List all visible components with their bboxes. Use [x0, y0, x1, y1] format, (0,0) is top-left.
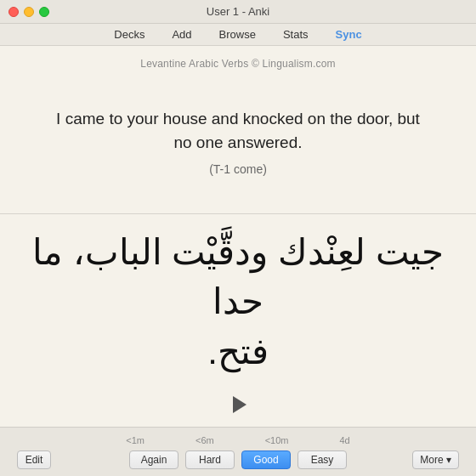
window-title: User 1 - Anki — [207, 5, 269, 18]
menu-decks[interactable]: Decks — [110, 26, 148, 42]
timing-row: <1m <6m <10m 4d — [126, 435, 350, 445]
card-area: Levantine Arabic Verbs © Lingualism.com … — [0, 46, 476, 427]
close-button[interactable] — [8, 7, 19, 17]
more-button[interactable]: More ▾ — [412, 450, 459, 469]
timing-good: <10m — [265, 435, 289, 445]
minimize-button[interactable] — [24, 7, 34, 17]
timing-hard: <6m — [196, 435, 214, 445]
hard-button[interactable]: Hard — [185, 450, 235, 469]
timing-easy: 4d — [340, 435, 350, 445]
menu-stats[interactable]: Stats — [280, 26, 312, 42]
good-button[interactable]: Good — [241, 450, 291, 469]
timing-again: <1m — [126, 435, 144, 445]
easy-button[interactable]: Easy — [298, 450, 347, 469]
card-english: I came to your house and knocked on the … — [56, 107, 420, 156]
card-subtitle: Levantine Arabic Verbs © Lingualism.com — [0, 46, 476, 70]
maximize-button[interactable] — [39, 7, 49, 17]
bottom-bar: <1m <6m <10m 4d Edit Again Hard Good Eas… — [0, 427, 476, 476]
again-button[interactable]: Again — [129, 450, 178, 469]
card-arabic: جيت لعِنْدك ودقَّيْت الباب، ما حدافتح. — [26, 228, 450, 377]
english-line2: no one answered. — [173, 133, 302, 151]
titlebar: User 1 - Anki — [0, 0, 476, 24]
edit-button[interactable]: Edit — [17, 450, 51, 469]
card-front: I came to your house and knocked on the … — [0, 70, 476, 214]
play-icon — [233, 396, 246, 413]
button-row: Edit Again Hard Good Easy More ▾ — [8, 450, 468, 469]
menubar: Decks Add Browse Stats Sync — [0, 24, 476, 46]
traffic-lights — [8, 7, 49, 17]
menu-add[interactable]: Add — [168, 26, 195, 42]
card-back: جيت لعِنْدك ودقَّيْت الباب، ما حدافتح. — [0, 214, 476, 427]
card-hint: (T-1 come) — [209, 162, 267, 176]
play-button[interactable] — [224, 391, 252, 418]
menu-sync[interactable]: Sync — [332, 26, 366, 42]
english-line1: I came to your house and knocked on the … — [56, 110, 420, 128]
menu-browse[interactable]: Browse — [216, 26, 259, 42]
